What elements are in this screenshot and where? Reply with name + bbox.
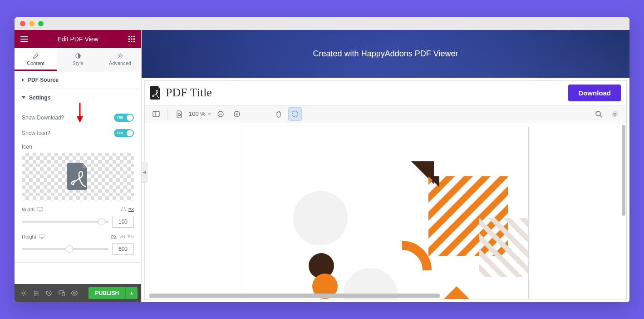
pdf-toolbar: 100 % [145,105,626,123]
section-settings-header[interactable]: Settings [15,89,141,106]
svg-rect-6 [128,41,130,42]
toggle-yes-label: YES [117,116,123,119]
minimize-window-button[interactable] [29,21,34,26]
tab-advanced-label: Advanced [109,60,131,66]
unit-icon[interactable] [121,207,126,211]
svg-point-10 [119,55,121,56]
zoom-dropdown[interactable]: 100 % [189,110,211,117]
svg-rect-18 [62,292,64,296]
responsive-footer-icon[interactable] [56,288,67,299]
preview-footer-icon[interactable] [69,288,80,299]
section-pdf-source: PDF Source [15,71,141,89]
pdf-widget: PDF Title Download 100 % [144,80,627,299]
svg-rect-2 [133,36,135,37]
width-label: Width [22,207,34,212]
pdf-file-icon [67,163,89,190]
svg-rect-1 [131,36,133,37]
pdf-title-icon [150,86,161,100]
height-unit-vh[interactable]: VH [119,234,125,239]
show-download-label: Show Download? [22,115,64,121]
svg-point-33 [293,191,348,245]
maximize-window-button[interactable] [38,21,44,26]
svg-point-32 [614,113,616,115]
pdf-horizontal-scrollbar[interactable] [149,294,440,298]
apps-icon[interactable] [128,35,136,43]
section-settings-title: Settings [29,95,50,101]
pdf-vertical-scrollbar[interactable] [622,125,625,216]
toggle-yes-label-2: YES [117,131,123,135]
navigator-footer-icon[interactable] [31,288,42,299]
icon-preview[interactable] [22,153,134,200]
section-pdf-source-title: PDF Source [28,77,59,83]
tab-style-label: Style [72,60,83,66]
svg-rect-38 [479,218,529,277]
gear-icon [117,53,123,59]
download-button[interactable]: Download [568,85,621,101]
width-unit-px[interactable]: PX [128,207,134,212]
sidebar-toggle-icon[interactable] [149,107,163,121]
history-footer-icon[interactable] [44,288,54,299]
preview-banner: Created with HappyAddons PDF Viewer [142,30,629,78]
zoom-out-icon[interactable] [214,107,227,121]
preview-area: ◀ Created with HappyAddons PDF Viewer PD… [142,30,629,302]
svg-line-31 [600,115,602,117]
chevron-down-icon [207,113,211,115]
titlebar [15,17,629,30]
tab-advanced[interactable]: Advanced [99,48,141,71]
width-slider[interactable] [22,221,108,223]
show-download-toggle[interactable]: YES [114,114,134,122]
height-unit-em[interactable]: EM [128,234,134,239]
svg-rect-29 [293,112,297,116]
select-tool-icon[interactable] [288,107,302,121]
height-slider[interactable] [22,248,108,250]
editor-sidebar: Edit PDF View Content Style [15,30,142,302]
app-window: Edit PDF View Content Style [15,17,629,302]
height-label: Height [22,234,36,239]
show-icon-toggle[interactable]: YES [114,129,134,137]
svg-point-30 [596,111,600,116]
collapse-sidebar-handle[interactable]: ◀ [142,162,147,183]
section-pdf-source-header[interactable]: PDF Source [15,71,141,89]
tab-style[interactable]: Style [57,48,99,71]
hand-tool-icon[interactable] [272,107,285,121]
svg-point-22 [178,113,181,115]
desktop-icon[interactable] [37,207,43,212]
settings-footer-icon[interactable] [18,288,29,299]
pdf-page-area[interactable] [145,123,626,299]
height-value-input[interactable]: 600 [112,243,134,255]
svg-rect-13 [39,234,44,238]
zoom-in-icon[interactable] [230,107,244,121]
pdf-page [243,127,529,299]
svg-point-19 [74,292,75,294]
sidebar-header: Edit PDF View [15,30,141,48]
find-page-icon[interactable] [172,107,186,121]
svg-rect-4 [131,38,133,40]
svg-line-23 [180,115,181,116]
menu-icon[interactable] [20,35,28,43]
publish-button[interactable]: PUBLISH [88,287,125,299]
search-icon[interactable] [592,107,605,121]
style-icon [75,53,81,59]
pencil-icon [33,53,39,59]
tab-content-label: Content [27,60,44,66]
svg-rect-11 [37,207,43,210]
zoom-value: 100 % [189,110,206,117]
section-settings: Settings Show Download? YES Show Icon? Y… [15,89,141,263]
width-value-input[interactable]: 100 [112,216,134,228]
show-icon-label: Show Icon? [22,130,50,136]
height-unit-px[interactable]: PX [111,234,117,239]
svg-rect-3 [128,38,130,40]
sidebar-title: Edit PDF View [28,35,128,43]
svg-rect-12 [39,211,41,212]
caret-down-icon [22,96,25,99]
close-window-button[interactable] [20,21,25,26]
desktop-icon-2[interactable] [39,234,44,239]
svg-point-16 [23,292,25,294]
banner-text: Created with HappyAddons PDF Viewer [313,49,458,59]
svg-rect-5 [133,38,135,40]
pdf-title: PDF Title [166,86,212,100]
svg-rect-0 [128,36,130,37]
publish-options-button[interactable]: ▲ [125,287,138,299]
toolbar-settings-icon[interactable] [608,107,622,121]
tab-content[interactable]: Content [15,48,57,71]
